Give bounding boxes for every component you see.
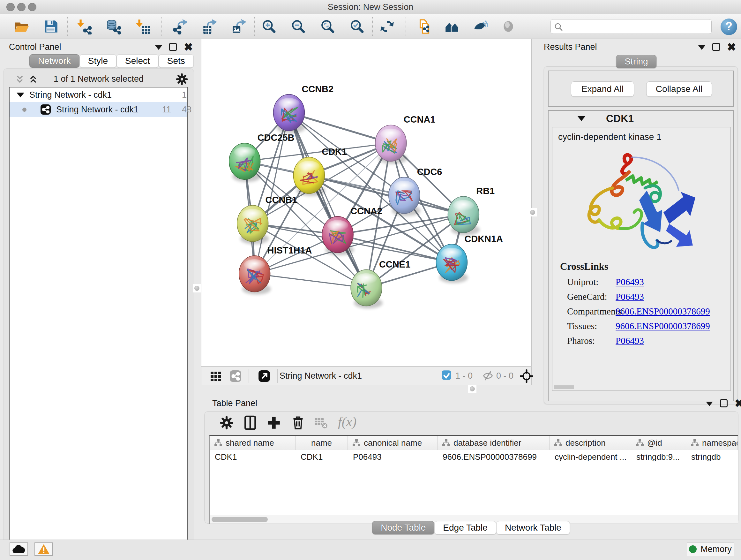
- zoom-selected-icon[interactable]: [349, 18, 365, 35]
- tab-style[interactable]: Style: [79, 54, 117, 68]
- tab-select[interactable]: Select: [117, 54, 158, 68]
- column-header--id[interactable]: @id: [631, 436, 686, 450]
- birdseye-crosshair-icon[interactable]: [520, 369, 533, 384]
- zoom-in-icon[interactable]: [261, 18, 277, 35]
- open-in-new-window-icon[interactable]: [258, 370, 270, 383]
- crosslinks-scrollbar[interactable]: [554, 385, 574, 389]
- node-label-CCNB2: CCNB2: [301, 84, 333, 94]
- current-network-bullet: [22, 108, 26, 112]
- search-icon: [553, 22, 564, 33]
- table-cell[interactable]: cyclin-dependent ...: [549, 450, 631, 463]
- left-splitter-grip[interactable]: [193, 284, 201, 293]
- table-row[interactable]: CDK1CDK1P064939606.ENSP00000378699cyclin…: [210, 450, 738, 463]
- gene-description: cyclin-dependent kinase 1: [558, 132, 662, 142]
- tab-network-table[interactable]: Network Table: [496, 521, 570, 535]
- crosslink-link[interactable]: 9606.ENSP00000378699: [616, 306, 710, 317]
- maximize-panel-icon[interactable]: [169, 43, 177, 51]
- show-columns-icon[interactable]: [242, 415, 258, 431]
- float-results-icon[interactable]: [698, 45, 705, 50]
- table-cell[interactable]: stringdb:9...: [631, 450, 686, 463]
- selected-checkbox-icon[interactable]: [441, 370, 452, 381]
- crosslink-link[interactable]: P06493: [616, 335, 644, 346]
- table-cell[interactable]: 9606.ENSP00000378699: [437, 450, 549, 463]
- column-header-description[interactable]: description: [549, 436, 631, 450]
- cloud-status-button[interactable]: [10, 543, 28, 556]
- float-panel-icon[interactable]: [155, 45, 162, 50]
- network-node-RB1[interactable]: RB1: [448, 186, 495, 233]
- network-view-title: String Network - cdk1: [280, 371, 362, 381]
- graphics-details-icon[interactable]: [472, 18, 488, 35]
- network-edge[interactable]: [309, 175, 463, 214]
- table-cell[interactable]: CDK1: [295, 450, 348, 463]
- clone-network-icon[interactable]: [416, 18, 432, 35]
- collection-expand-caret[interactable]: [17, 92, 24, 98]
- table-cell[interactable]: CDK1: [210, 450, 295, 463]
- close-table-icon[interactable]: ✖: [735, 399, 741, 408]
- first-neighbors-icon[interactable]: [444, 18, 460, 35]
- right-splitter-grip[interactable]: [529, 208, 537, 216]
- node-label-CCNA2: CCNA2: [350, 206, 382, 216]
- column-header-namespace[interactable]: namespace: [686, 436, 738, 450]
- open-file-icon[interactable]: [13, 18, 29, 35]
- gene-section-header[interactable]: CDK1: [549, 111, 733, 126]
- tab-sets[interactable]: Sets: [158, 54, 194, 68]
- network-canvas[interactable]: CCNB2CCNA1CDC25BCDK1CDC6RB1CCNB1CCNA2CDK…: [201, 39, 532, 367]
- tab-network[interactable]: Network: [29, 54, 79, 68]
- column-header-label: canonical name: [364, 438, 422, 448]
- column-header-name[interactable]: name: [295, 436, 348, 450]
- birdseye-view-icon[interactable]: [500, 18, 516, 35]
- collapse-all-button[interactable]: Collapse All: [646, 81, 712, 97]
- column-header-shared-name[interactable]: shared name: [210, 436, 295, 450]
- import-network-database-icon[interactable]: [105, 18, 121, 35]
- network-options-gear-icon[interactable]: [175, 72, 189, 87]
- view-share-icon[interactable]: [229, 370, 242, 383]
- float-table-icon[interactable]: [706, 401, 713, 406]
- import-table-icon[interactable]: [135, 18, 151, 35]
- maximize-results-icon[interactable]: [712, 43, 720, 51]
- help-button[interactable]: ?: [721, 18, 737, 35]
- network-node-CCNA1[interactable]: CCNA1: [375, 114, 435, 161]
- search-input[interactable]: [566, 21, 706, 32]
- column-header-canonical-name[interactable]: canonical name: [348, 436, 437, 450]
- column-header-database-identifier[interactable]: database identifier: [437, 436, 549, 450]
- network-collection-row[interactable]: String Network - cdk1 1: [10, 87, 187, 102]
- delete-column-icon[interactable]: [290, 415, 306, 431]
- add-column-icon[interactable]: [266, 415, 282, 431]
- zoom-fit-icon[interactable]: [320, 18, 336, 35]
- export-image-icon[interactable]: [231, 18, 247, 35]
- zoom-out-icon[interactable]: [290, 18, 307, 35]
- warning-status-button[interactable]: [35, 543, 53, 556]
- crosslink-link[interactable]: P06493: [616, 277, 644, 287]
- table-cell[interactable]: stringdb: [686, 450, 738, 463]
- export-network-icon[interactable]: [172, 18, 188, 35]
- table-cell[interactable]: P06493: [348, 450, 437, 463]
- network-row-selected[interactable]: String Network - cdk1 11 48: [10, 102, 187, 117]
- close-results-icon[interactable]: ✖: [727, 43, 736, 51]
- network-node-CCNE1[interactable]: CCNE1: [351, 259, 410, 306]
- hidden-eye-icon[interactable]: [482, 370, 494, 383]
- crosslink-row: Tissues:9606.ENSP00000378699: [567, 319, 727, 334]
- crosslink-label: Tissues:: [567, 321, 597, 331]
- tab-node-table[interactable]: Node Table: [372, 521, 434, 535]
- network-node-HIST1H1A[interactable]: HIST1H1A: [239, 245, 312, 292]
- view-grid-icon[interactable]: [210, 370, 222, 384]
- save-session-icon[interactable]: [43, 18, 59, 35]
- network-node-CCNB1[interactable]: CCNB1: [237, 195, 297, 242]
- memory-button[interactable]: Memory: [687, 542, 734, 556]
- close-panel-icon[interactable]: ✖: [184, 43, 193, 51]
- network-edge[interactable]: [255, 274, 366, 288]
- network-edge[interactable]: [289, 113, 366, 288]
- gene-collapse-caret[interactable]: [577, 116, 586, 121]
- crosslink-link[interactable]: 9606.ENSP00000378699: [616, 321, 710, 331]
- tab-edge-table[interactable]: Edge Table: [434, 521, 496, 535]
- crosslink-link[interactable]: P06493: [616, 292, 644, 302]
- apply-layout-icon[interactable]: [379, 18, 395, 35]
- tab-string[interactable]: String: [616, 55, 657, 68]
- network-node-CDKN1A[interactable]: CDKN1A: [436, 234, 503, 281]
- maximize-table-icon[interactable]: [720, 399, 728, 408]
- export-table-icon[interactable]: [202, 18, 218, 35]
- import-network-icon[interactable]: [76, 18, 92, 35]
- horizontal-splitter-grip[interactable]: [468, 385, 476, 393]
- expand-all-button[interactable]: Expand All: [571, 81, 634, 97]
- table-settings-icon[interactable]: [219, 415, 234, 431]
